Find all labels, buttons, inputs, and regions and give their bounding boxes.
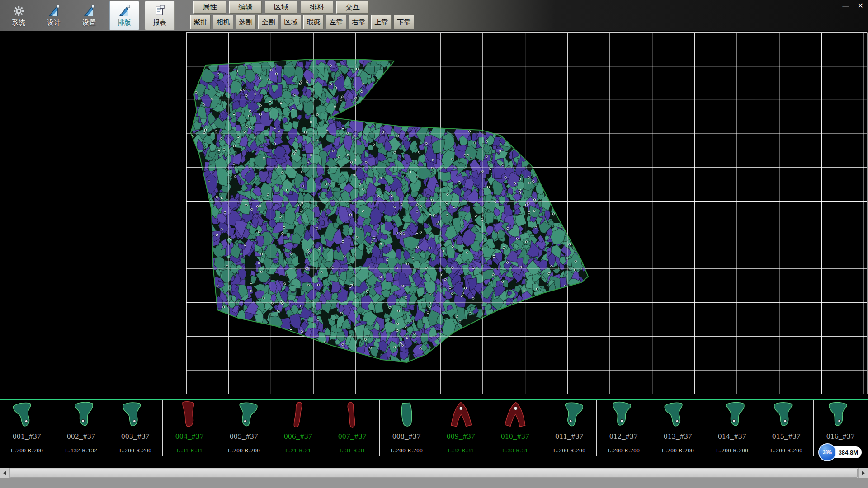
ribbon-tool-4[interactable]: 区域	[281, 15, 301, 29]
piece-lr-counts: L:200 R:200	[391, 447, 423, 456]
ribbon-tool-9[interactable]: 下靠	[394, 15, 414, 29]
ribbon-button-label: 设计	[47, 19, 61, 27]
piece-lr-counts: L:200 R:200	[228, 447, 260, 456]
piece-cell[interactable]: 009_#37 L:32 R:31	[434, 400, 488, 456]
piece-lr-counts: L:31 R:31	[340, 447, 366, 456]
piece-strip: 001_#37 L:700 R:700 002_#37 L:132 R:132 …	[0, 399, 868, 456]
ribbon-tool-7[interactable]: 右靠	[349, 15, 369, 29]
ribbon-main-buttons: 系统 设计 设置 排版	[4, 1, 175, 30]
piece-thumb	[113, 400, 158, 435]
ribbon-button-design[interactable]: 设计	[39, 1, 69, 30]
scroll-left-button[interactable]	[0, 468, 10, 478]
piece-lr-counts: L:200 R:200	[662, 447, 694, 456]
piece-thumb	[168, 400, 212, 434]
gear-icon	[12, 4, 25, 18]
scroll-left-icon	[3, 471, 6, 475]
piece-thumb	[329, 400, 376, 436]
ribbon-tabs-row: 属性编辑区域排料交互	[193, 1, 414, 14]
piece-cell[interactable]: 007_#37 L:31 R:31	[326, 400, 380, 456]
scroll-right-button[interactable]	[858, 468, 868, 478]
piece-lr-counts: L:200 R:200	[608, 447, 640, 456]
ribbon-tab-1[interactable]: 编辑	[229, 1, 262, 14]
piece-lr-counts: L:700 R:700	[11, 447, 43, 456]
ribbon-tools-row: 聚排相机选割全割区域瑕疵左靠右靠上靠下靠	[190, 15, 414, 29]
ribbon-tool-6[interactable]: 左靠	[326, 15, 346, 29]
piece-lr-counts: L:32 R:31	[448, 447, 474, 456]
ribbon-button-settings[interactable]: 设置	[74, 1, 104, 30]
status-bar	[0, 478, 868, 488]
piece-lr-counts: L:33 R:31	[502, 447, 528, 456]
piece-cell[interactable]: 006_#37 L:21 R:21	[271, 400, 326, 456]
ribbon-tool-5[interactable]: 瑕疵	[303, 15, 324, 29]
nesting-canvas[interactable]	[0, 32, 868, 399]
piece-cell[interactable]: 013_#37 L:200 R:200	[651, 400, 705, 456]
piece-lr-counts: L:200 R:200	[716, 447, 749, 456]
piece-cell[interactable]: 008_#37 L:200 R:200	[380, 400, 434, 456]
piece-thumb	[710, 400, 755, 435]
ribbon-button-label: 报表	[153, 19, 166, 27]
report-icon	[153, 4, 166, 18]
progress-percent: 38%	[823, 450, 832, 455]
piece-thumb	[765, 400, 808, 434]
piece-thumb	[655, 400, 701, 436]
ribbon-tool-1[interactable]: 相机	[213, 15, 233, 29]
piece-lr-counts: L:21 R:21	[285, 447, 311, 456]
piece-lr-counts: L:31 R:31	[177, 447, 203, 456]
settings-icon	[82, 4, 96, 18]
piece-lr-counts: L:132 R:132	[65, 447, 98, 456]
piece-cell[interactable]: 011_#37 L:200 R:200	[542, 400, 597, 456]
ribbon-button-system[interactable]: 系统	[4, 1, 33, 30]
piece-cell[interactable]: 010_#37 L:33 R:31	[488, 400, 542, 456]
piece-thumb	[384, 400, 429, 435]
ribbon-tool-2[interactable]: 选割	[236, 15, 256, 29]
piece-thumb	[818, 400, 863, 435]
ribbon-button-layout[interactable]: 排版	[109, 1, 139, 30]
minimize-button[interactable]: —	[842, 2, 849, 10]
progress-circle[interactable]: 38%	[818, 443, 836, 461]
piece-thumb	[58, 400, 104, 436]
piece-thumb	[546, 400, 592, 436]
app-window: 系统 设计 设置 排版	[0, 0, 868, 488]
piece-lr-counts: L:200 R:200	[553, 447, 586, 456]
piece-cell[interactable]: 001_#37 L:700 R:700	[0, 400, 54, 456]
piece-thumb	[3, 400, 51, 436]
piece-cell[interactable]: 003_#37 L:200 R:200	[108, 400, 163, 456]
ribbon-button-report[interactable]: 报表	[145, 1, 175, 30]
ribbon-tool-0[interactable]: 聚排	[190, 15, 211, 29]
ribbon: 系统 设计 设置 排版	[0, 0, 868, 32]
ribbon-button-label: 设置	[82, 19, 96, 27]
piece-cell[interactable]: 005_#37 L:200 R:200	[217, 400, 271, 456]
ribbon-button-label: 系统	[12, 19, 25, 27]
close-button[interactable]: ✕	[858, 2, 863, 10]
piece-cell[interactable]: 014_#37 L:200 R:200	[705, 400, 760, 456]
ribbon-tool-3[interactable]: 全割	[258, 15, 278, 29]
piece-lr-counts: L:200 R:200	[770, 447, 803, 456]
piece-thumb	[493, 400, 538, 435]
ribbon-tab-4[interactable]: 交互	[336, 1, 369, 14]
scroll-right-icon	[862, 471, 865, 475]
piece-cell[interactable]: 004_#37 L:31 R:31	[163, 400, 217, 456]
horizontal-scrollbar[interactable]	[0, 468, 868, 478]
layout-icon	[118, 4, 131, 18]
scroll-thumb[interactable]	[10, 469, 858, 478]
piece-thumb	[274, 400, 321, 436]
design-icon	[47, 4, 61, 18]
piece-cell[interactable]: 015_#37 L:200 R:200	[760, 400, 814, 456]
ribbon-button-label: 排版	[118, 19, 131, 27]
ribbon-tab-3[interactable]: 排料	[301, 1, 333, 14]
ribbon-tool-8[interactable]: 上靠	[371, 15, 392, 29]
nesting-canvas-area	[0, 32, 868, 399]
memory-label: 384.8M	[839, 449, 858, 456]
piece-cell[interactable]: 002_#37 L:132 R:132	[54, 400, 108, 456]
piece-thumb	[600, 400, 647, 436]
ribbon-tab-0[interactable]: 属性	[193, 1, 226, 14]
piece-thumb	[221, 400, 267, 435]
ribbon-tab-2[interactable]: 区域	[265, 1, 297, 14]
piece-cell[interactable]: 012_#37 L:200 R:200	[597, 400, 651, 456]
piece-thumb	[439, 400, 483, 434]
window-controls: — ✕	[842, 2, 863, 10]
piece-lr-counts: L:200 R:200	[119, 447, 152, 456]
ribbon-menu-area: 属性编辑区域排料交互 聚排相机选割全割区域瑕疵左靠右靠上靠下靠	[190, 0, 414, 29]
